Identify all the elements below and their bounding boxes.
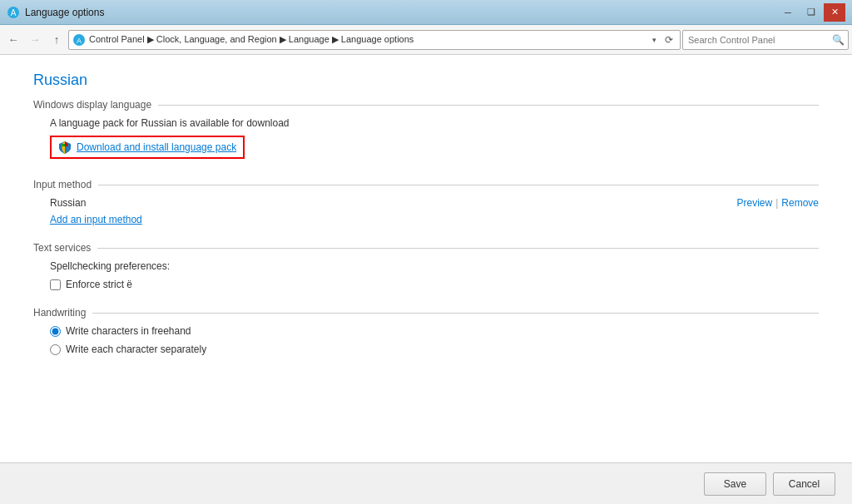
windows-display-language-label: Windows display language — [33, 99, 819, 111]
separate-label[interactable]: Write each character separately — [66, 343, 206, 355]
text-services-content: Spellchecking preferences: Enforce stric… — [33, 260, 819, 290]
freehand-label[interactable]: Write characters in freehand — [66, 325, 191, 337]
text-services-label: Text services — [33, 242, 819, 254]
windows-display-language-content: A language pack for Russian is available… — [33, 117, 819, 162]
input-method-section: Input method Russian Preview | Remove Ad… — [33, 179, 819, 225]
content-area: Russian Windows display language A langu… — [0, 55, 852, 462]
main-area: Russian Windows display language A langu… — [0, 55, 852, 504]
enforce-strict-row: Enforce strict ё — [50, 279, 819, 290]
shield-icon — [58, 141, 72, 154]
windows-display-language-section: Windows display language A language pack… — [33, 99, 819, 162]
download-button-wrapper[interactable]: Download and install language pack — [50, 136, 245, 159]
handwriting-section: Handwriting Write characters in freehand… — [33, 307, 819, 355]
address-bar[interactable]: A Control Panel ▶ Clock, Language, and R… — [68, 30, 681, 50]
freehand-radio[interactable] — [50, 326, 61, 337]
input-method-label: Input method — [33, 179, 819, 190]
input-method-content: Russian Preview | Remove Add an input me… — [33, 197, 819, 225]
title-bar: A Language options ─ ❑ ✕ — [0, 0, 852, 25]
input-method-actions: Preview | Remove — [737, 197, 820, 209]
input-method-row: Russian Preview | Remove — [50, 197, 819, 209]
refresh-button[interactable]: ⟳ — [661, 34, 676, 46]
download-link[interactable]: Download and install language pack — [77, 141, 236, 153]
search-input[interactable] — [683, 35, 828, 45]
close-button[interactable]: ✕ — [824, 3, 845, 22]
window-title: Language options — [25, 7, 104, 18]
app-icon: A — [7, 6, 20, 19]
search-box[interactable]: 🔍 — [682, 30, 849, 50]
svg-text:A: A — [77, 37, 82, 45]
breadcrumb-text: Control Panel ▶ Clock, Language, and Reg… — [89, 34, 647, 45]
search-button[interactable]: 🔍 — [828, 30, 848, 50]
title-bar-left: A Language options — [7, 6, 104, 19]
spellcheck-label: Spellchecking preferences: — [50, 260, 819, 272]
footer: Save Cancel — [0, 462, 852, 504]
language-pack-info: A language pack for Russian is available… — [50, 117, 819, 129]
remove-link[interactable]: Remove — [781, 197, 819, 209]
cancel-button[interactable]: Cancel — [773, 472, 835, 496]
freehand-row: Write characters in freehand — [50, 325, 819, 337]
add-input-wrapper: Add an input method — [50, 214, 819, 225]
handwriting-content: Write characters in freehand Write each … — [33, 325, 819, 355]
svg-text:A: A — [11, 8, 17, 17]
back-button[interactable]: ← — [3, 30, 23, 50]
forward-button[interactable]: → — [25, 30, 45, 50]
separate-radio[interactable] — [50, 344, 61, 355]
enforce-strict-checkbox[interactable] — [50, 279, 61, 290]
action-separator: | — [775, 197, 778, 209]
handwriting-label: Handwriting — [33, 307, 819, 319]
save-button[interactable]: Save — [704, 472, 766, 496]
text-services-section: Text services Spellchecking preferences:… — [33, 242, 819, 290]
address-icon: A — [72, 33, 86, 47]
add-input-method-link[interactable]: Add an input method — [50, 214, 142, 225]
minimize-button[interactable]: ─ — [777, 3, 799, 22]
title-bar-controls: ─ ❑ ✕ — [777, 3, 845, 22]
up-button[interactable]: ↑ — [47, 30, 67, 50]
separate-row: Write each character separately — [50, 343, 819, 355]
address-dropdown-arrow[interactable]: ▾ — [651, 36, 658, 44]
page-title: Russian — [33, 72, 819, 89]
restore-button[interactable]: ❑ — [800, 3, 822, 22]
nav-bar: ← → ↑ A Control Panel ▶ Clock, Language,… — [0, 25, 852, 55]
preview-link[interactable]: Preview — [737, 197, 773, 209]
input-method-name: Russian — [50, 197, 86, 209]
enforce-strict-label[interactable]: Enforce strict ё — [66, 279, 132, 290]
